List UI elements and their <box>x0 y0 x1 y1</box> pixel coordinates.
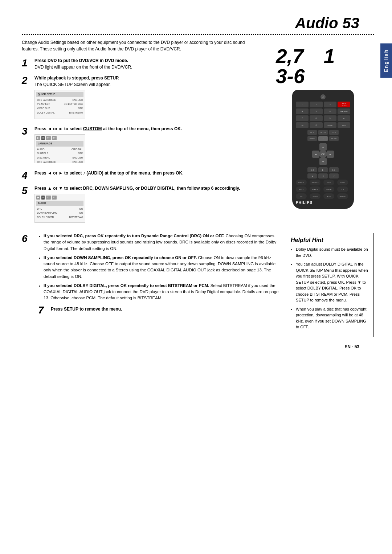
step-5-number: 5 <box>22 185 34 196</box>
page-container: English Audio 53 Change Audio Settings b… <box>0 0 392 554</box>
step-6-wrapper: 6 If you selected DRC, press OK repeated… <box>22 233 279 337</box>
dpad-left-btn[interactable]: ◄ <box>312 151 319 158</box>
step-1-text: DVD light will appear on the front of th… <box>34 65 132 70</box>
screen-row: OSD LANGUAGEENGLISH <box>36 98 83 102</box>
remote-btn-mode[interactable]: MODE <box>323 193 334 199</box>
dpad-up-btn[interactable]: ▲ <box>319 143 327 151</box>
step-7-bold: Press SETUP to remove the menu. <box>51 307 122 312</box>
remote-btn-2[interactable]: 2 <box>310 102 322 107</box>
step-4-content: Press ◄ or ► to select ♪ (AUDIO) at the … <box>34 170 261 176</box>
remote-btn-vcr[interactable]: VCR <box>307 130 317 135</box>
remote-btn-subtitle[interactable]: SUBTITLE <box>310 180 320 185</box>
remote-btn-search[interactable]: SEARCH <box>310 186 320 192</box>
helpful-hint-item-2: You can adjust DOLBY DIGITAL in the QUIC… <box>296 261 370 303</box>
remote-control-container: ⊙ 1 2 3 OPEN/CLOSE 4 5 6 TRACKING <box>272 90 374 209</box>
remote-btn-play[interactable]: ▶ <box>318 167 328 172</box>
remote-btn-ffw[interactable]: ▶▶ <box>329 167 339 172</box>
screen-row: VIDEO OUTOFF <box>36 106 83 111</box>
remote-brand: PHILIPS <box>296 201 350 205</box>
remote-btn-open-close[interactable]: OPEN/CLOSE <box>338 102 350 107</box>
remote-btn-input[interactable]: INPUT <box>307 136 317 141</box>
intro-text: Change Audio Settings based on other equ… <box>22 39 261 52</box>
step-7-number: 7 <box>38 304 51 315</box>
step-4-bold: Press ◄ or ► to select ♪ (AUDIO) at the … <box>34 171 183 176</box>
lang-tab: TT <box>46 136 50 140</box>
lang-tab: TT <box>52 196 57 200</box>
remote-btn-display[interactable]: DISPLAY <box>296 180 307 185</box>
remote-btn-speed[interactable]: SPEED <box>310 193 320 199</box>
audio-screen: ▶ II TT TT AUDIO DRCON DOWN SAMPLINGON D… <box>34 194 85 223</box>
remote-dpad: ▲ ▼ ◄ ► OK <box>312 143 334 165</box>
english-tab: English <box>380 44 392 78</box>
step-7: 7 Press SETUP to remove the menu. <box>38 304 279 315</box>
remote-btn-8[interactable]: 8 <box>310 115 322 121</box>
section-divider <box>22 34 374 35</box>
step-2: 2 While playback is stopped, press SETUP… <box>22 75 261 121</box>
remote-number-grid: 1 2 3 OPEN/CLOSE 4 5 6 TRACKING 7 8 9 ● <box>296 102 350 128</box>
remote-btn-minus10[interactable]: -10 <box>296 122 309 128</box>
remote-btn-rew[interactable]: ◀◀ <box>307 167 317 172</box>
remote-btn-5[interactable]: 5 <box>310 108 322 114</box>
remote-btn-dvd[interactable]: DVD <box>329 130 339 135</box>
remote-btn-repeat[interactable]: REPEAT <box>323 186 334 192</box>
remote-btn-menu[interactable]: MENU <box>329 136 339 141</box>
step-7-content: Press SETUP to remove the menu. <box>51 304 122 312</box>
step-3: 3 Press ◄ or ► to select CUSTOM at the t… <box>22 126 261 165</box>
screen-row: TV ASPECT4:3 LETTER BOX <box>36 102 83 106</box>
step-5: 5 Press ▲ or ▼ to select DRC, DOWN SAMPL… <box>22 185 261 225</box>
step-6-drc-bold: If you selected DRC, press OK repeatedly… <box>44 234 224 238</box>
step-6-content: If you selected DRC, press OK repeatedly… <box>38 233 279 337</box>
remote-btn-1[interactable]: 1 <box>296 102 309 107</box>
remote-control: ⊙ 1 2 3 OPEN/CLOSE 4 5 6 TRACKING <box>292 90 354 209</box>
remote-btn-angle[interactable]: ANGLE <box>296 186 307 192</box>
remote-btn-9[interactable]: 9 <box>324 115 336 121</box>
screen-header: QUICK SETUP <box>36 92 83 97</box>
remote-stop-row: ■ ⏸ ↩ <box>296 173 350 178</box>
remote-top: ⊙ <box>296 94 350 99</box>
remote-btn-zoom[interactable]: ZOOM <box>323 180 334 185</box>
step-1: 1 Press DVD to put the DVD/VCR in DVD mo… <box>22 57 261 70</box>
remote-btn-0[interactable]: 0 <box>310 122 322 128</box>
remote-mode-row: VCR SETUP DVD <box>296 130 350 135</box>
remote-btn-dot[interactable]: ● <box>338 115 350 121</box>
remote-btn-back[interactable]: ↩ <box>329 173 339 178</box>
step-5-bold: Press ▲ or ▼ to select DRC, DOWN SAMPLIN… <box>34 186 240 191</box>
step-4: 4 Press ◄ or ► to select ♪ (AUDIO) at th… <box>22 170 261 181</box>
remote-btn-pause[interactable]: ⏸ <box>318 173 328 178</box>
left-column: Change Audio Settings based on other equ… <box>22 39 265 229</box>
remote-btn-stop[interactable]: ■ <box>307 173 317 178</box>
step-6-dolby-bold: If you selected DOLBY DIGITAL, press OK … <box>44 283 209 288</box>
dpad-right-btn[interactable]: ► <box>327 151 334 158</box>
language-screen: ▶ II TT TT LANGUAGE AUDIOORIGINAL SUBTIT… <box>34 134 85 163</box>
step-1-bold: Press DVD to put the DVD/VCR in DVD mode… <box>34 58 128 63</box>
page-footer: EN - 53 <box>22 344 374 349</box>
remote-btn-repeat2[interactable]: A-B <box>337 186 348 192</box>
screen-header-language: LANGUAGE <box>36 141 83 147</box>
remote-btn-4[interactable]: 4 <box>296 108 309 114</box>
screen-row: DOLBY DIGITALBITSTREAM <box>36 215 83 219</box>
remote-btn-7[interactable]: 7 <box>296 115 309 121</box>
dpad-down-btn[interactable]: ▼ <box>319 158 327 165</box>
remote-btn-tracking[interactable]: TRACKING <box>338 108 350 114</box>
dpad-center-btn[interactable]: OK <box>319 150 327 158</box>
step-2-text: The QUICK SETUP Screen will appear. <box>34 82 111 87</box>
remote-btn-ok[interactable]: ▲ <box>318 136 328 141</box>
remote-btn-audio[interactable]: AUDIO <box>337 180 348 185</box>
remote-btn-6[interactable]: 6 <box>324 108 336 114</box>
remote-rec-row: REC SPEED MODE TIMER/SET <box>296 193 350 199</box>
remote-ir-emitter: ⊙ <box>320 94 326 99</box>
remote-btn-timer[interactable]: TIMER/SET <box>337 193 348 199</box>
remote-btn-3[interactable]: 3 <box>324 102 336 107</box>
remote-btn-clear[interactable]: CLEAR <box>324 122 336 128</box>
helpful-hint-title: Helpful Hint <box>291 237 370 243</box>
step-1-number: 1 <box>22 57 34 68</box>
remote-btn-setup[interactable]: SETUP <box>318 130 328 135</box>
bottom-section: 6 If you selected DRC, press OK repeated… <box>22 233 374 337</box>
remote-btn-rec[interactable]: REC <box>296 193 307 199</box>
step-4-number: 4 <box>22 170 34 181</box>
remote-btn-title[interactable]: TITLE <box>338 122 350 128</box>
lang-tab-active: II <box>41 136 45 140</box>
helpful-hint-item-1: Dolby Digital sound must be available on… <box>296 246 370 258</box>
step-1-content: Press DVD to put the DVD/VCR in DVD mode… <box>34 57 261 70</box>
title-number: 53 <box>342 15 359 32</box>
